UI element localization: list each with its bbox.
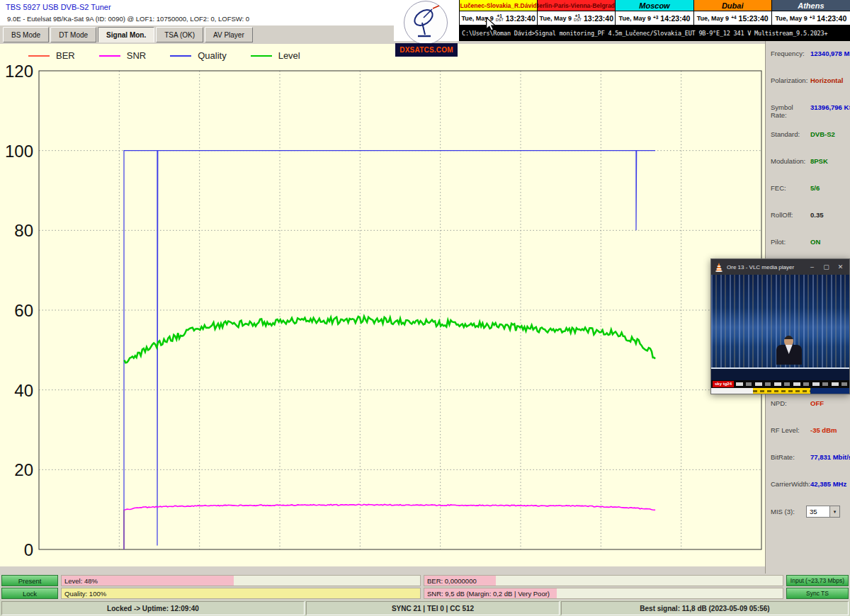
param-label: CarrierWidth: bbox=[771, 480, 810, 488]
anchor-shirt bbox=[786, 345, 793, 354]
param-label: RF Level: bbox=[771, 426, 810, 434]
tab-bar: BS Mode DT Mode Signal Mon. TSA (OK) AV … bbox=[0, 25, 394, 44]
dxsatcs-logo: DXSATCS.COM bbox=[394, 0, 459, 58]
param-value: 31396,796 KS/s bbox=[810, 103, 850, 111]
param-value: Horizontal bbox=[810, 76, 843, 84]
legend-item-ber: BER bbox=[28, 50, 75, 61]
param-value: 42,385 MHz bbox=[810, 480, 846, 488]
ticker-segment-yellow bbox=[753, 388, 811, 394]
legend-item-quality: Quality bbox=[170, 50, 226, 61]
vlc-video[interactable]: sky tg24 bbox=[711, 275, 849, 394]
vlc-window-title: Ore 13 - VLC media player bbox=[727, 264, 803, 270]
param-row-rolloff: RollOff:0.35 bbox=[771, 211, 848, 238]
clock-time: 13:23:40 bbox=[506, 14, 536, 23]
param-value: 5/6 bbox=[810, 184, 820, 192]
ticker-text-bars bbox=[736, 382, 848, 386]
news-anchor bbox=[775, 336, 803, 370]
ticker-segment-blue bbox=[810, 388, 849, 394]
y-axis-label: 120 bbox=[5, 62, 33, 81]
param-value: OFF bbox=[810, 399, 824, 407]
param-label: RollOff: bbox=[771, 211, 810, 219]
clock-berlin: Berlin-Paris-Vienna-Belgrade Tue, May 9+… bbox=[538, 0, 616, 25]
level-label: Level: 48% bbox=[64, 576, 98, 586]
tab-bs-mode[interactable]: BS Mode bbox=[3, 27, 49, 42]
clock-dst: DST bbox=[574, 18, 582, 23]
mis-dropdown[interactable]: 35 ▾ bbox=[806, 506, 840, 518]
channel-logo: sky tg24 bbox=[713, 381, 734, 387]
param-row-fec: FEC:5/6 bbox=[771, 184, 848, 211]
status-row-1: Present Level: 48% BER: 0,0000000 Input … bbox=[0, 575, 850, 586]
legend-label: SNR bbox=[127, 50, 146, 61]
command-prompt[interactable]: C:\Users\Roman Dávid>Signal monitoring_P… bbox=[459, 25, 850, 41]
quality-line-swatch bbox=[170, 55, 191, 57]
param-row-carrier-width: CarrierWidth:42,385 MHz bbox=[771, 480, 848, 507]
lower-ticker bbox=[711, 388, 849, 394]
ticker-segment-white bbox=[711, 388, 753, 394]
input-badge: Input (~23,73 Mbps) bbox=[786, 575, 849, 586]
param-label: Frequency: bbox=[771, 50, 810, 57]
quality-label: Quality: 100% bbox=[64, 588, 106, 598]
clock-time: 14:23:40 bbox=[660, 14, 690, 23]
clock-lucenec: Lučenec-Slovakia_R.Dávid Tue, May 9+1DST… bbox=[460, 0, 538, 25]
y-axis-label: 20 bbox=[14, 460, 33, 479]
param-label: Standard: bbox=[771, 130, 810, 138]
uptime-status: Locked -> Uptime: 12:09:40 bbox=[1, 601, 305, 615]
level-series bbox=[124, 316, 655, 363]
tab-signal-mon[interactable]: Signal Mon. bbox=[98, 27, 154, 42]
param-row-modulation: Modulation:8PSK bbox=[771, 157, 848, 184]
tab-av-player[interactable]: AV Player bbox=[205, 27, 253, 42]
param-row-standard: Standard:DVB-S2 bbox=[771, 130, 848, 157]
y-axis-label: 0 bbox=[24, 540, 33, 559]
window-title: TBS 5927 USB DVB-S2 Tuner bbox=[6, 3, 111, 11]
clock-date: Tue, May 9 bbox=[540, 15, 572, 22]
legend-label: Level bbox=[278, 50, 300, 61]
anchor-torso bbox=[776, 345, 802, 365]
param-value: DVB-S2 bbox=[810, 130, 835, 138]
sync-counters: SYNC 21 | TEI 0 | CC 512 bbox=[306, 601, 560, 615]
clock-city: Lučenec-Slovakia_R.Dávid bbox=[460, 0, 537, 11]
param-row-symbol-rate: Symbol Rate:31396,796 KS/s bbox=[771, 103, 848, 130]
clock-city: Moscow bbox=[616, 0, 693, 11]
param-value: 0.35 bbox=[810, 211, 824, 219]
param-row-frequency: Frequency:12340,978 MHz bbox=[771, 50, 848, 76]
level-bar: Level: 48% bbox=[61, 575, 421, 586]
param-row-bitrate: BitRate:77,831 Mbit/s bbox=[771, 453, 848, 480]
vlc-titlebar[interactable]: Ore 13 - VLC media player – ▢ ✕ bbox=[711, 259, 849, 275]
param-row-rf-level: RF Level:-35 dBm bbox=[771, 426, 848, 453]
tab-dt-mode[interactable]: DT Mode bbox=[50, 27, 96, 42]
clock-utc-offset: +4 bbox=[731, 16, 736, 21]
clock-date: Tue, May 9 bbox=[697, 15, 729, 22]
signal-chart-plot: 020406080100120 bbox=[0, 44, 765, 566]
maximize-button[interactable]: ▢ bbox=[821, 263, 832, 270]
param-label: Polarization: bbox=[771, 76, 810, 84]
clock-city: Berlin-Paris-Vienna-Belgrade bbox=[538, 0, 615, 11]
vlc-cone-icon bbox=[715, 262, 723, 272]
param-value: 77,831 Mbit/s bbox=[810, 453, 850, 461]
mis-label: MIS (3): bbox=[771, 508, 806, 515]
world-clocks: Lučenec-Slovakia_R.Dávid Tue, May 9+1DST… bbox=[459, 0, 850, 25]
y-axis-label: 60 bbox=[14, 301, 33, 320]
param-label: NPD: bbox=[771, 399, 810, 407]
quality-bar: Quality: 100% bbox=[61, 588, 421, 599]
clock-time: 14:23:40 bbox=[817, 14, 846, 23]
param-label: BitRate: bbox=[771, 453, 810, 461]
sync-ts-badge: Sync TS bbox=[786, 588, 849, 599]
tab-tsa[interactable]: TSA (OK) bbox=[156, 27, 203, 42]
tbs-tuner-app: TBS 5927 USB DVB-S2 Tuner 9.0E - Eutelsa… bbox=[0, 0, 850, 616]
best-signal: Best signal: 11,8 dB (2023-05-09 05:56) bbox=[561, 601, 849, 615]
status-row-3: Locked -> Uptime: 12:09:40 SYNC 21 | TEI… bbox=[0, 600, 850, 616]
quality-bar-fill bbox=[62, 588, 420, 598]
dropdown-arrow-icon[interactable]: ▾ bbox=[829, 506, 839, 517]
clock-dubai: Dubai Tue, May 9+415:23:40 bbox=[694, 0, 772, 25]
minimize-button[interactable]: – bbox=[807, 263, 817, 270]
clock-utc-offset: +3 bbox=[810, 16, 815, 21]
signal-chart: 020406080100120 BER SNR Quality Level bbox=[0, 44, 765, 566]
param-row-npd: NPD:OFF bbox=[771, 399, 848, 426]
titlebar: TBS 5927 USB DVB-S2 Tuner 9.0E - Eutelsa… bbox=[0, 0, 459, 25]
param-row-polarization: Polarization:Horizontal bbox=[771, 76, 848, 103]
clock-utc-offset: +3 bbox=[653, 16, 658, 21]
close-button[interactable]: ✕ bbox=[835, 263, 846, 270]
param-label: FEC: bbox=[771, 184, 810, 192]
clock-city: Athens bbox=[772, 0, 850, 11]
news-ticker: sky tg24 bbox=[711, 380, 849, 388]
